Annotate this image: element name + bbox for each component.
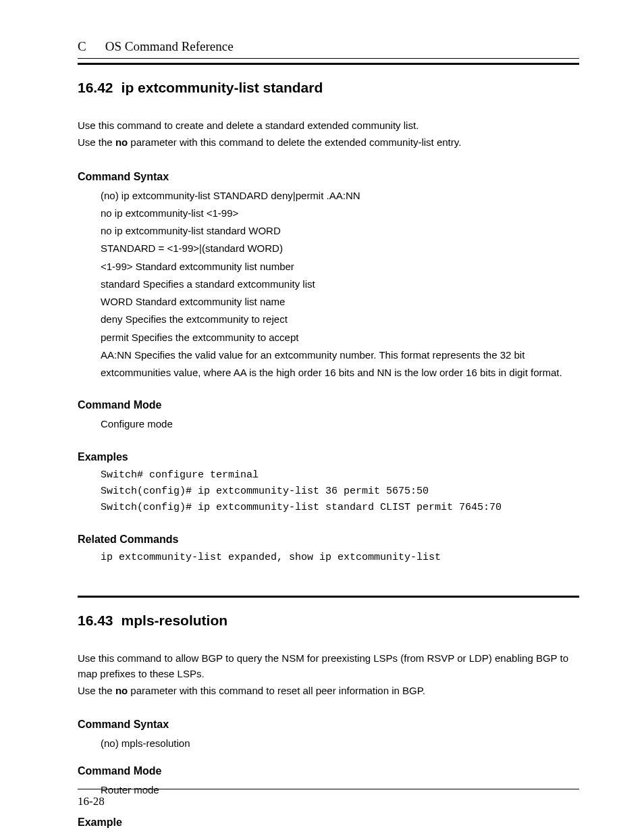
chapter-title: OS Command Reference	[105, 39, 234, 54]
section-separator	[78, 596, 579, 598]
syntax-line: no ip extcommunity-list standard WORD	[101, 222, 579, 240]
subheading-mode: Command Mode	[78, 765, 579, 777]
syntax-line: no ip extcommunity-list <1-99>	[101, 205, 579, 222]
page-footer: 16-28	[78, 789, 579, 808]
text-pre: Use the	[78, 136, 115, 148]
chapter-letter: C	[78, 39, 86, 54]
syntax-line: WORD Standard extcommunity list name	[101, 293, 579, 311]
text-pre: Use the	[78, 685, 115, 696]
subheading-syntax: Command Syntax	[78, 719, 579, 731]
syntax-line: permit Specifies the extcommunity to acc…	[101, 329, 579, 346]
section-number: 16.42	[78, 80, 113, 96]
example-line: Switch# configure terminal	[101, 467, 579, 484]
header-rule-thin	[78, 58, 579, 59]
intro-paragraph: Use this command to allow BGP to query t…	[78, 650, 579, 682]
footer-rule	[78, 789, 579, 789]
running-header: C OS Command Reference	[78, 39, 579, 54]
syntax-block: (no) ip extcommunity-list STANDARD deny|…	[101, 187, 579, 382]
intro-paragraph-no: Use the no parameter with this command t…	[78, 134, 579, 150]
syntax-text: (no) mpls-resolution	[101, 735, 579, 752]
section-heading-1642: 16.42 ip extcommunity-list standard	[78, 80, 579, 96]
related-text: ip extcommunity-list expanded, show ip e…	[101, 550, 579, 566]
subheading-syntax: Command Syntax	[78, 171, 579, 183]
section-heading-1643: 16.43 mpls-resolution	[78, 613, 579, 629]
syntax-line: (no) ip extcommunity-list STANDARD deny|…	[101, 187, 579, 205]
page-number: 16-28	[78, 795, 579, 808]
example-line: Switch(config)# ip extcommunity-list 36 …	[101, 484, 579, 500]
subheading-related: Related Commands	[78, 533, 579, 546]
subheading-example: Example	[78, 816, 579, 829]
syntax-line: <1-99> Standard extcommunity list number	[101, 258, 579, 276]
syntax-line: deny Specifies the extcommunity to rejec…	[101, 311, 579, 328]
syntax-line: AA:NN Specifies the valid value for an e…	[101, 346, 579, 382]
mode-text: Configure mode	[101, 415, 579, 433]
intro-paragraph: Use this command to create and delete a …	[78, 118, 579, 133]
section-title: mpls-resolution	[122, 613, 228, 629]
text-bold-no: no	[115, 136, 128, 148]
intro-paragraph-no: Use the no parameter with this command t…	[78, 683, 579, 698]
subheading-mode: Command Mode	[78, 399, 579, 411]
syntax-line: STANDARD = <1-99>|(standard WORD)	[101, 240, 579, 257]
subheading-examples: Examples	[78, 451, 579, 463]
text-post: parameter with this command to reset all…	[128, 685, 425, 696]
example-line: Switch(config)# ip extcommunity-list sta…	[101, 500, 579, 516]
header-rule-thick	[78, 63, 579, 65]
section-title: ip extcommunity-list standard	[122, 80, 323, 96]
text-post: parameter with this command to delete th…	[128, 136, 461, 148]
syntax-line: standard Specifies a standard extcommuni…	[101, 276, 579, 293]
section-number: 16.43	[78, 613, 113, 629]
text-bold-no: no	[115, 685, 128, 696]
